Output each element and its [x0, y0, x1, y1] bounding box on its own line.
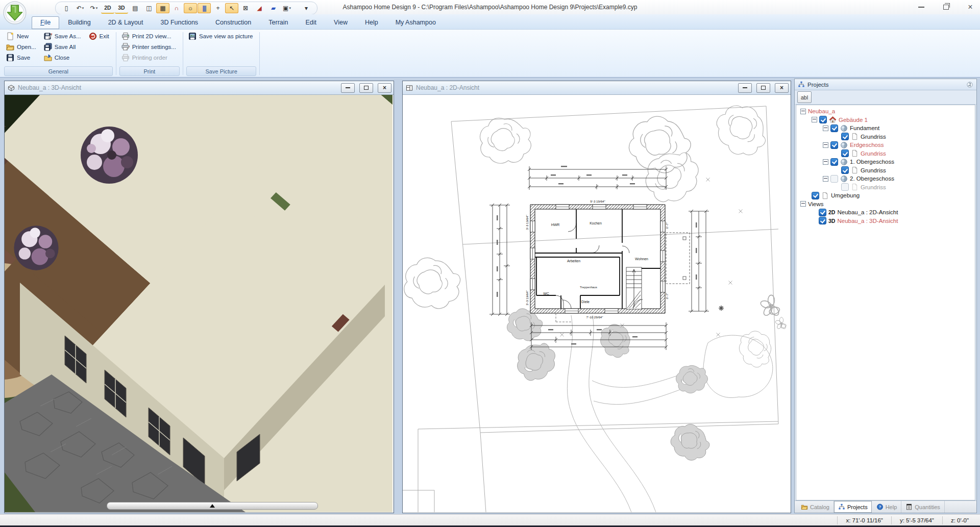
tab-view[interactable]: View — [325, 16, 356, 29]
tab-terrain[interactable]: Terrain — [260, 16, 297, 29]
3d-view-button[interactable]: 3D — [115, 3, 128, 14]
snap-magnet-button[interactable]: ∩ — [170, 3, 183, 13]
tab-help[interactable]: Help — [356, 16, 387, 29]
visibility-checkbox[interactable] — [819, 217, 826, 224]
tree-collapse-icon[interactable] — [823, 176, 828, 182]
tree-item-views[interactable]: Views — [796, 200, 975, 209]
eraser-tool-button[interactable]: ▰ — [266, 3, 280, 13]
tab-file[interactable]: File — [32, 16, 59, 29]
restore-button[interactable] — [940, 2, 951, 12]
rename-label-button[interactable]: abl — [797, 91, 812, 103]
visibility-checkbox[interactable] — [819, 209, 826, 216]
3d-walkthrough-slider[interactable] — [107, 502, 318, 510]
3d-close-button[interactable]: × — [378, 83, 391, 93]
3d-window-title: Neubau_a : 3D-Ansicht — [18, 84, 336, 91]
close-view-button[interactable]: ⊠ — [239, 3, 252, 13]
redo-button[interactable]: ↷▾ — [87, 3, 101, 13]
split-horizontal-button[interactable]: ▤ — [129, 3, 142, 13]
copy-pages-button[interactable]: ▣▾ — [280, 3, 293, 13]
3d-window-title-bar[interactable]: Neubau_a : 3D-Ansicht × — [5, 81, 394, 95]
3d-viewport[interactable] — [5, 95, 394, 513]
tree-item-grundriss-erdgeschoss[interactable]: Grundriss — [796, 149, 975, 158]
dim-label-right-upper: 0'-7" — [665, 222, 669, 229]
2d-window-title: Neubau_a : 2D-Ansicht — [416, 84, 733, 91]
visibility-checkbox[interactable] — [841, 183, 849, 191]
tree-item-1-obergeschoss[interactable]: 1. Obergeschoss — [796, 158, 975, 166]
visibility-checkbox[interactable] — [841, 149, 849, 157]
tree-item-umgebung[interactable]: Umgebung — [796, 191, 975, 200]
panel-tab-quantities[interactable]: Quantities — [901, 501, 945, 513]
visibility-checkbox[interactable] — [830, 141, 838, 149]
tree-item-grundriss-1og[interactable]: Grundriss — [796, 166, 975, 175]
ribbon-group-separator — [116, 32, 116, 75]
crosshair-snap-button[interactable]: + — [211, 3, 225, 13]
tree-collapse-icon[interactable] — [823, 159, 828, 165]
undo-button[interactable]: ↶▾ — [74, 3, 87, 13]
tree-collapse-icon[interactable] — [823, 126, 828, 131]
tree-item-grundriss-fundament[interactable]: Grundriss — [796, 133, 975, 141]
pin-icon[interactable] — [966, 81, 973, 88]
ribbon-item-new[interactable]: New — [4, 31, 40, 41]
pages-icon: ▣ — [283, 5, 288, 12]
ribbon-item-save[interactable]: Save — [4, 53, 40, 63]
visibility-checkbox[interactable] — [830, 124, 838, 132]
close-button[interactable]: × — [965, 2, 976, 12]
3d-restore-button[interactable] — [359, 83, 373, 93]
tree-collapse-icon[interactable] — [812, 117, 817, 122]
ribbon-group-separator — [183, 32, 183, 75]
ribbon-item-save-view-as-picture[interactable]: Save view as picture — [186, 31, 256, 41]
tree-item-erdgeschoss[interactable]: Erdgeschoss — [796, 141, 975, 149]
toolbar-overflow-button[interactable]: ▾ — [300, 3, 313, 13]
2d-window-title-bar[interactable]: Neubau_a : 2D-Ansicht × — [403, 81, 791, 95]
tree-collapse-icon[interactable] — [800, 109, 806, 114]
tree-item-2-obergeschoss[interactable]: 2. Obergeschoss — [796, 174, 975, 183]
tab-edit[interactable]: Edit — [297, 16, 326, 29]
ribbon-item-open[interactable]: Open... — [4, 42, 40, 52]
visibility-checkbox[interactable] — [830, 158, 838, 166]
app-logo-button[interactable] — [3, 1, 27, 24]
tree-item-neubau[interactable]: Neubau_a — [796, 107, 975, 116]
tab-2d-layout[interactable]: 2D & Layout — [100, 16, 152, 29]
ribbon-item-exit[interactable]: Exit — [87, 31, 113, 41]
tab-my-ashampoo[interactable]: My Ashampoo — [387, 16, 445, 29]
parallel-guides-button[interactable]: ||| — [198, 3, 211, 13]
ribbon-item-close[interactable]: Close — [42, 53, 85, 63]
visibility-checkbox[interactable] — [841, 166, 849, 174]
tree-item-grundriss-2og[interactable]: Grundriss — [796, 183, 975, 192]
projects-panel-header[interactable]: Projects — [795, 79, 976, 90]
ribbon-item-printer-settings[interactable]: Printer settings... — [119, 42, 180, 52]
selection-rays-button[interactable]: ☼ — [184, 3, 197, 13]
tree-collapse-icon[interactable] — [800, 201, 806, 207]
3d-minimize-button[interactable] — [341, 83, 355, 93]
select-cursor-button[interactable]: ↖ — [225, 3, 238, 13]
panel-tab-projects[interactable]: Projects — [834, 501, 872, 513]
visibility-checkbox[interactable] — [841, 133, 849, 140]
visibility-checkbox[interactable] — [812, 192, 819, 199]
split-vertical-button[interactable]: ◫ — [142, 3, 156, 13]
visibility-checkbox[interactable] — [819, 116, 827, 123]
tree-item-gebaeude-1[interactable]: Gebäude 1 — [796, 116, 975, 124]
tab-building[interactable]: Building — [59, 16, 99, 29]
2d-minimize-button[interactable] — [738, 83, 752, 93]
2d-restore-button[interactable] — [756, 83, 770, 93]
2d-viewport[interactable]: HWR Kochen Wohnen Arbeiten Treppenhaus W… — [403, 95, 791, 513]
roof-tool-button[interactable]: ◢ — [253, 3, 266, 13]
tree-item-view-2d[interactable]: 2DNeubau_a : 2D-Ansicht — [796, 208, 975, 217]
new-file-button[interactable]: ▯ — [60, 3, 73, 13]
window-3d-view: Neubau_a : 3D-Ansicht × — [4, 81, 394, 513]
minimize-button[interactable] — [916, 2, 927, 12]
tree-collapse-icon[interactable] — [823, 142, 828, 148]
vis1ibility-checkbox[interactable] — [830, 175, 838, 183]
ribbon-item-save-all[interactable]: Save All — [42, 42, 85, 52]
tab-3d-functions[interactable]: 3D Functions — [152, 16, 207, 29]
panel-tab-help[interactable]: Help — [872, 501, 902, 513]
tab-construction[interactable]: Construction — [207, 16, 260, 29]
panel-tab-catalog[interactable]: Catalog — [797, 501, 834, 513]
ribbon-item-print-2d-view[interactable]: Print 2D view... — [119, 31, 180, 41]
grid-toggle-button[interactable]: ▦ — [156, 3, 169, 13]
ribbon-item-save-as[interactable]: Save As... — [42, 31, 85, 41]
tree-item-view-3d[interactable]: 3DNeubau_a : 3D-Ansicht — [796, 217, 975, 225]
tree-item-fundament[interactable]: Fundament — [796, 124, 975, 133]
2d-close-button[interactable]: × — [775, 83, 789, 93]
2d-view-button[interactable]: 2D — [101, 3, 114, 14]
